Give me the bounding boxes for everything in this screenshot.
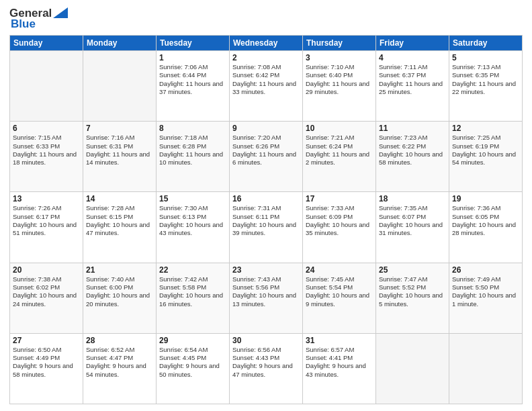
calendar-header-row: Sunday Monday Tuesday Wednesday Thursday… <box>10 36 523 51</box>
table-row: 20Sunrise: 7:38 AMSunset: 6:02 PMDayligh… <box>10 263 83 333</box>
day-number: 9 <box>232 124 300 133</box>
day-info: Sunrise: 7:40 AMSunset: 6:00 PMDaylight:… <box>86 275 150 308</box>
table-row: 21Sunrise: 7:40 AMSunset: 6:00 PMDayligh… <box>83 263 157 333</box>
col-wednesday: Wednesday <box>230 36 303 51</box>
table-row: 8Sunrise: 7:18 AMSunset: 6:28 PMDaylight… <box>157 122 230 192</box>
day-info: Sunrise: 7:21 AMSunset: 6:24 PMDaylight:… <box>306 134 369 166</box>
day-info: Sunrise: 7:43 AMSunset: 5:56 PMDaylight:… <box>232 275 296 308</box>
table-row: 3Sunrise: 7:10 AMSunset: 6:40 PMDaylight… <box>303 51 376 122</box>
table-row: 24Sunrise: 7:45 AMSunset: 5:54 PMDayligh… <box>303 263 376 333</box>
day-info: Sunrise: 6:50 AMSunset: 4:49 PMDaylight:… <box>13 346 73 378</box>
day-number: 8 <box>159 124 226 133</box>
day-number: 11 <box>379 124 446 133</box>
col-sunday: Sunday <box>10 36 83 51</box>
col-thursday: Thursday <box>303 36 376 51</box>
table-row: 26Sunrise: 7:49 AMSunset: 5:50 PMDayligh… <box>449 263 523 333</box>
day-info: Sunrise: 7:18 AMSunset: 6:28 PMDaylight:… <box>159 134 223 166</box>
day-number: 15 <box>159 194 226 203</box>
day-info: Sunrise: 7:16 AMSunset: 6:31 PMDaylight:… <box>86 134 150 166</box>
day-info: Sunrise: 7:13 AMSunset: 6:35 PMDaylight:… <box>452 63 516 95</box>
day-number: 23 <box>232 265 300 275</box>
table-row <box>10 51 83 122</box>
table-row: 5Sunrise: 7:13 AMSunset: 6:35 PMDaylight… <box>449 51 523 122</box>
calendar-week-row: 20Sunrise: 7:38 AMSunset: 6:02 PMDayligh… <box>10 263 523 333</box>
day-info: Sunrise: 7:33 AMSunset: 6:09 PMDaylight:… <box>306 204 369 236</box>
logo: General Blue <box>9 7 68 31</box>
day-info: Sunrise: 7:31 AMSunset: 6:11 PMDaylight:… <box>232 204 296 236</box>
logo-blue-text: Blue <box>9 17 36 31</box>
day-number: 1 <box>159 53 226 62</box>
table-row: 18Sunrise: 7:35 AMSunset: 6:07 PMDayligh… <box>376 192 449 263</box>
day-number: 25 <box>379 265 446 275</box>
table-row: 7Sunrise: 7:16 AMSunset: 6:31 PMDaylight… <box>83 122 157 192</box>
day-number: 27 <box>13 336 80 345</box>
calendar-week-row: 6Sunrise: 7:15 AMSunset: 6:33 PMDaylight… <box>10 122 523 192</box>
day-number: 13 <box>13 194 80 203</box>
svg-marker-0 <box>53 7 68 18</box>
day-info: Sunrise: 7:45 AMSunset: 5:54 PMDaylight:… <box>306 275 369 308</box>
table-row <box>449 333 523 404</box>
table-row: 29Sunrise: 6:54 AMSunset: 4:45 PMDayligh… <box>157 333 230 404</box>
col-monday: Monday <box>83 36 157 51</box>
day-number: 17 <box>306 194 373 203</box>
day-number: 2 <box>232 53 300 62</box>
day-number: 19 <box>452 194 519 203</box>
col-friday: Friday <box>376 36 449 51</box>
table-row: 2Sunrise: 7:08 AMSunset: 6:42 PMDaylight… <box>230 51 303 122</box>
table-row: 1Sunrise: 7:06 AMSunset: 6:44 PMDaylight… <box>157 51 230 122</box>
table-row: 13Sunrise: 7:26 AMSunset: 6:17 PMDayligh… <box>10 192 83 263</box>
calendar: Sunday Monday Tuesday Wednesday Thursday… <box>9 35 523 404</box>
day-number: 21 <box>86 265 153 275</box>
calendar-week-row: 1Sunrise: 7:06 AMSunset: 6:44 PMDaylight… <box>10 51 523 122</box>
day-number: 6 <box>13 124 80 133</box>
day-number: 18 <box>379 194 446 203</box>
day-info: Sunrise: 7:28 AMSunset: 6:15 PMDaylight:… <box>86 204 150 236</box>
day-info: Sunrise: 7:42 AMSunset: 5:58 PMDaylight:… <box>159 275 223 308</box>
table-row: 11Sunrise: 7:23 AMSunset: 6:22 PMDayligh… <box>376 122 449 192</box>
table-row: 28Sunrise: 6:52 AMSunset: 4:47 PMDayligh… <box>83 333 157 404</box>
day-number: 24 <box>306 265 373 275</box>
day-number: 20 <box>13 265 80 275</box>
table-row: 31Sunrise: 6:57 AMSunset: 4:41 PMDayligh… <box>303 333 376 404</box>
day-info: Sunrise: 7:10 AMSunset: 6:40 PMDaylight:… <box>306 63 369 95</box>
day-number: 7 <box>86 124 153 133</box>
day-info: Sunrise: 7:49 AMSunset: 5:50 PMDaylight:… <box>452 275 516 308</box>
day-number: 5 <box>452 53 519 62</box>
day-info: Sunrise: 7:26 AMSunset: 6:17 PMDaylight:… <box>13 204 77 236</box>
table-row: 23Sunrise: 7:43 AMSunset: 5:56 PMDayligh… <box>230 263 303 333</box>
day-info: Sunrise: 7:30 AMSunset: 6:13 PMDaylight:… <box>159 204 223 236</box>
table-row: 14Sunrise: 7:28 AMSunset: 6:15 PMDayligh… <box>83 192 157 263</box>
table-row: 19Sunrise: 7:36 AMSunset: 6:05 PMDayligh… <box>449 192 523 263</box>
day-info: Sunrise: 7:15 AMSunset: 6:33 PMDaylight:… <box>13 134 77 166</box>
table-row: 4Sunrise: 7:11 AMSunset: 6:37 PMDaylight… <box>376 51 449 122</box>
day-number: 14 <box>86 194 153 203</box>
table-row <box>83 51 157 122</box>
day-number: 28 <box>86 336 153 345</box>
day-number: 30 <box>232 336 300 345</box>
col-saturday: Saturday <box>449 36 523 51</box>
day-number: 10 <box>306 124 373 133</box>
table-row: 30Sunrise: 6:56 AMSunset: 4:43 PMDayligh… <box>230 333 303 404</box>
day-info: Sunrise: 7:23 AMSunset: 6:22 PMDaylight:… <box>379 134 443 166</box>
calendar-week-row: 27Sunrise: 6:50 AMSunset: 4:49 PMDayligh… <box>10 333 523 404</box>
day-number: 4 <box>379 53 446 62</box>
logo-icon <box>53 7 68 18</box>
table-row: 12Sunrise: 7:25 AMSunset: 6:19 PMDayligh… <box>449 122 523 192</box>
day-number: 12 <box>452 124 519 133</box>
table-row: 25Sunrise: 7:47 AMSunset: 5:52 PMDayligh… <box>376 263 449 333</box>
day-info: Sunrise: 6:54 AMSunset: 4:45 PMDaylight:… <box>159 346 220 378</box>
day-info: Sunrise: 7:08 AMSunset: 6:42 PMDaylight:… <box>232 63 296 95</box>
page: General Blue Sunday Monday Tuesday Wedne… <box>0 0 532 411</box>
day-number: 16 <box>232 194 300 203</box>
day-info: Sunrise: 7:38 AMSunset: 6:02 PMDaylight:… <box>13 275 77 308</box>
day-info: Sunrise: 7:25 AMSunset: 6:19 PMDaylight:… <box>452 134 516 166</box>
day-number: 29 <box>159 336 226 345</box>
day-info: Sunrise: 6:57 AMSunset: 4:41 PMDaylight:… <box>306 346 366 378</box>
header: General Blue <box>9 7 523 31</box>
day-number: 22 <box>159 265 226 275</box>
day-number: 31 <box>306 336 373 345</box>
day-info: Sunrise: 7:47 AMSunset: 5:52 PMDaylight:… <box>379 275 443 308</box>
day-info: Sunrise: 7:06 AMSunset: 6:44 PMDaylight:… <box>159 63 223 95</box>
col-tuesday: Tuesday <box>157 36 230 51</box>
table-row: 27Sunrise: 6:50 AMSunset: 4:49 PMDayligh… <box>10 333 83 404</box>
